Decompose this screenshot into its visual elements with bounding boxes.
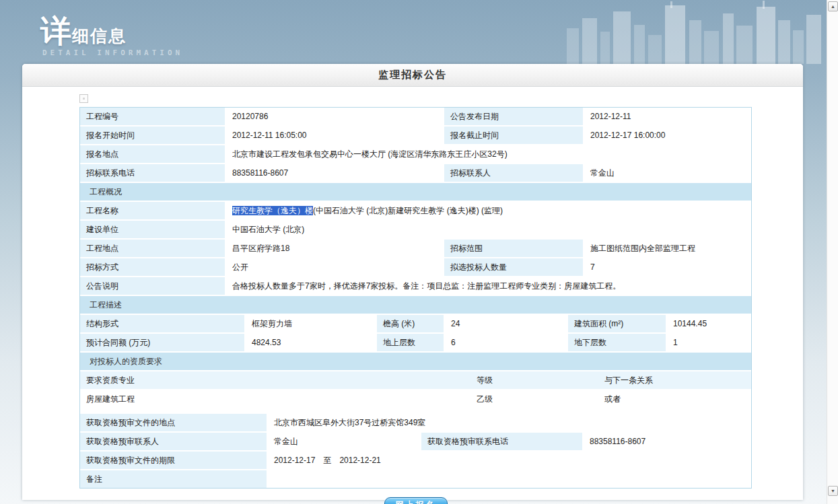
qualification-header-row: 要求资质专业 等级 与下一条关系: [80, 371, 751, 389]
logo-text-big: 详: [40, 13, 72, 48]
label-project-number: 工程编号: [80, 108, 225, 125]
value-prequal-contact: 常金山: [268, 433, 420, 450]
label-signup-location: 报名地点: [80, 145, 225, 163]
label-floors-above: 地上层数: [377, 334, 444, 351]
table-row: 备注: [80, 470, 751, 488]
value-grade: 乙级: [470, 390, 598, 408]
value-structure-type: 框架剪力墙: [246, 315, 376, 332]
scrollbar-up-button[interactable]: ▲: [828, 1, 838, 11]
label-announcement-note: 公告说明: [80, 277, 225, 295]
column-header-grade: 等级: [470, 371, 598, 389]
value-signup-start: 2012-12-11 16:05:00: [226, 127, 443, 144]
label-prequal-phone: 获取资格预审联系电话: [421, 433, 582, 450]
row-spacer: [80, 409, 751, 414]
value-floor-area: 10144.45: [667, 315, 751, 332]
button-area: 网上报名: [79, 497, 752, 504]
value-tender-scope: 施工图纸范围内全部监理工程: [584, 240, 751, 257]
column-header-qualification-specialty: 要求资质专业: [80, 371, 470, 389]
value-project-location: 昌平区府学路18: [226, 240, 443, 257]
table-row: 预计合同额 (万元) 4824.53 地上层数 6 地下层数 1: [80, 334, 751, 351]
table-row: 招标联系电话 88358116-8607 招标联系人 常金山: [80, 164, 751, 182]
label-bidder-count: 拟选投标人数量: [444, 258, 583, 276]
label-tender-contact: 招标联系人: [444, 164, 583, 182]
value-prequal-phone: 88358116-8607: [584, 433, 751, 450]
label-prequal-doc-location: 获取资格预审文件的地点: [80, 414, 267, 431]
logo-subtitle: DETAIL INFORMATION: [42, 48, 183, 57]
label-project-name: 工程名称: [80, 202, 225, 219]
value-project-number: 20120786: [226, 108, 443, 125]
label-signup-deadline: 报名截止时间: [444, 127, 583, 144]
label-structure-type: 结构形式: [80, 315, 244, 332]
value-tender-phone: 88358116-8607: [226, 164, 443, 182]
selected-text: 研究生教学（逸夫）楼: [232, 206, 313, 215]
value-signup-deadline: 2012-12-17 16:00:00: [584, 127, 751, 144]
value-eave-height: 24: [445, 315, 567, 332]
value-prequal-doc-location: 北京市西城区阜外大街37号过桥宾馆349室: [268, 414, 751, 431]
value-floors-above: 6: [445, 334, 567, 351]
broken-image-placeholder-icon: [79, 94, 88, 103]
table-row: 建设单位 中国石油大学 (北京): [80, 221, 751, 238]
project-name-rest: (中国石油大学 (北京)新建研究生教学 (逸夫)楼) (监理): [313, 206, 503, 215]
value-tender-contact: 常金山: [584, 164, 751, 182]
value-tender-method: 公开: [226, 258, 443, 276]
page-header: 详细信息 DETAIL INFORMATION: [0, 0, 827, 64]
label-tender-phone: 招标联系电话: [80, 164, 225, 182]
label-eave-height: 檐高 (米): [377, 315, 444, 332]
column-header-relation: 与下一条关系: [598, 371, 751, 389]
online-registration-button[interactable]: 网上报名: [384, 497, 448, 504]
page-title-bar: 监理招标公告: [22, 64, 803, 87]
label-contract-amount: 预计合同额 (万元): [80, 334, 244, 351]
table-row: 获取资格预审文件的地点 北京市西城区阜外大街37号过桥宾馆349室: [80, 414, 751, 431]
scrollbar[interactable]: ▲ ▼: [827, 0, 838, 504]
table-row: 招标方式 公开 拟选投标人数量 7: [80, 258, 751, 276]
label-publish-date: 公告发布日期: [444, 108, 583, 125]
value-contract-amount: 4824.53: [246, 334, 376, 351]
content-card: 监理招标公告 工程编号 20120786 公告发布日期 2012-12-11 报…: [22, 64, 803, 500]
section-header-overview: 工程概况: [80, 183, 751, 201]
value-floors-below: 1: [667, 334, 751, 351]
table-row: 工程名称 研究生教学（逸夫）楼(中国石油大学 (北京)新建研究生教学 (逸夫)楼…: [80, 202, 751, 219]
table-row: 报名开始时间 2012-12-11 16:05:00 报名截止时间 2012-1…: [80, 127, 751, 144]
value-bidder-count: 7: [584, 258, 751, 276]
value-relation: 或者: [598, 390, 751, 408]
table-row: 工程地点 昌平区府学路18 招标范围 施工图纸范围内全部监理工程: [80, 240, 751, 257]
qualification-data-row: 房屋建筑工程 乙级 或者: [80, 390, 751, 408]
value-qualification-specialty: 房屋建筑工程: [80, 390, 470, 408]
value-announcement-note: 合格投标人数量多于7家时，择优选择7家投标。备注：项目总监：注册监理工程师专业类…: [226, 277, 751, 295]
section-header-qualification: 对投标人的资质要求: [80, 353, 751, 370]
label-floor-area: 建筑面积 (m²): [568, 315, 666, 332]
city-skyline-graphic: [564, 0, 827, 64]
table-row: 报名地点 北京市建设工程发包承包交易中心一楼大厅 (海淀区清华东路东王庄小区32…: [80, 145, 751, 163]
label-signup-start: 报名开始时间: [80, 127, 225, 144]
label-tender-method: 招标方式: [80, 258, 225, 276]
logo-text-small: 细信息: [72, 26, 127, 45]
table-row: 获取资格预审联系人 常金山 获取资格预审联系电话 88358116-8607: [80, 433, 751, 450]
value-signup-location: 北京市建设工程发包承包交易中心一楼大厅 (海淀区清华东路东王庄小区32号): [226, 145, 751, 163]
page-background: { "header": { "title_big": "详", "title_s…: [0, 0, 838, 504]
label-project-location: 工程地点: [80, 240, 225, 257]
page-title: 监理招标公告: [378, 69, 447, 81]
chevron-up-icon: ▲: [831, 4, 835, 9]
table-row: 获取资格预审文件的期限 2012-12-17 至 2012-12-21: [80, 452, 751, 469]
label-tender-scope: 招标范围: [444, 240, 583, 257]
card-body: 工程编号 20120786 公告发布日期 2012-12-11 报名开始时间 2…: [22, 87, 803, 504]
value-construction-unit: 中国石油大学 (北京): [226, 221, 751, 238]
chevron-down-icon: ▼: [831, 489, 835, 493]
detail-table: 工程编号 20120786 公告发布日期 2012-12-11 报名开始时间 2…: [79, 107, 752, 489]
table-row: 结构形式 框架剪力墙 檐高 (米) 24 建筑面积 (m²) 10144.45: [80, 315, 751, 332]
label-floors-below: 地下层数: [568, 334, 666, 351]
site-logo: 详细信息: [40, 11, 127, 52]
table-row: 工程编号 20120786 公告发布日期 2012-12-11: [80, 108, 751, 125]
label-construction-unit: 建设单位: [80, 221, 225, 238]
value-prequal-period: 2012-12-17 至 2012-12-21: [268, 452, 751, 469]
value-remarks: [268, 470, 751, 488]
scrollbar-down-button[interactable]: ▼: [828, 486, 838, 496]
section-header-description: 工程描述: [80, 296, 751, 314]
value-publish-date: 2012-12-11: [584, 108, 751, 125]
label-prequal-period: 获取资格预审文件的期限: [80, 452, 267, 469]
value-project-name: 研究生教学（逸夫）楼(中国石油大学 (北京)新建研究生教学 (逸夫)楼) (监理…: [226, 202, 751, 219]
label-remarks: 备注: [80, 470, 267, 488]
table-row: 公告说明 合格投标人数量多于7家时，择优选择7家投标。备注：项目总监：注册监理工…: [80, 277, 751, 295]
label-prequal-contact: 获取资格预审联系人: [80, 433, 267, 450]
